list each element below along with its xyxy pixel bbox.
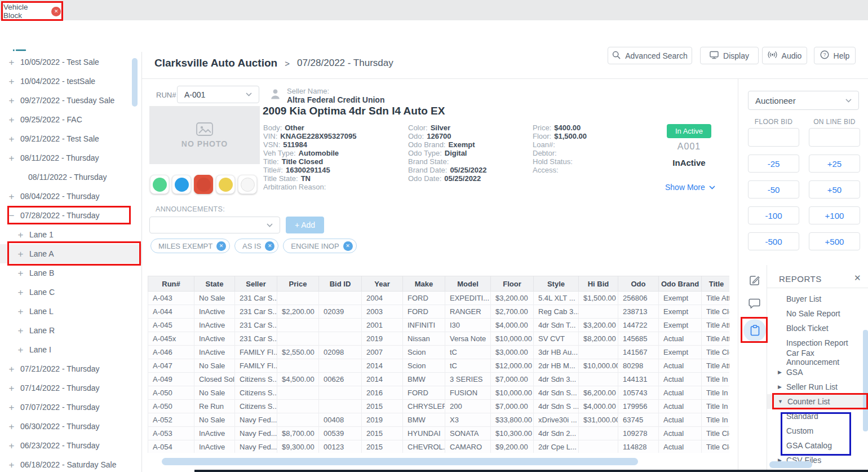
- table-row[interactable]: A-046InActiveFAMILY FI...$2,550.00020982…: [148, 346, 730, 359]
- table-row[interactable]: A-043No Sale231 Car S...2004FORDEXPEDITI…: [148, 292, 730, 305]
- report-item-gsa-catalog[interactable]: GSA Catalog: [767, 438, 868, 453]
- online-bid-input[interactable]: [809, 128, 860, 147]
- reports-close-icon[interactable]: ✕: [854, 273, 861, 283]
- sidebar-item-09-25-2022-fac[interactable]: +09/25/2022 - FAC: [0, 110, 141, 129]
- column-header-odo[interactable]: Odo: [618, 276, 659, 292]
- tab-vehicle-block[interactable]: Vehicle Block ✕: [3, 2, 61, 20]
- table-row[interactable]: A-052No SaleNavy Fed...004082019BMWX3$33…: [148, 413, 730, 427]
- sidebar-item-lane-1[interactable]: +Lane 1: [0, 225, 141, 244]
- expand-icon[interactable]: +: [8, 58, 15, 67]
- expand-icon[interactable]: +: [17, 345, 24, 355]
- column-header-floor[interactable]: Floor: [491, 276, 534, 292]
- table-row[interactable]: A-045InActive231 Car S...2001INFINITII30…: [148, 319, 730, 332]
- tag-remove-icon[interactable]: ✕: [265, 241, 274, 251]
- floor-bid-input[interactable]: [748, 128, 799, 147]
- table-row[interactable]: A-053InActiveNavy Fed...$8,700.000053920…: [148, 427, 730, 440]
- increment-500-button[interactable]: +500: [809, 232, 860, 250]
- breadcrumb-auction[interactable]: Clarksville Auto Auction: [154, 57, 277, 69]
- help-button[interactable]: ? Help: [814, 47, 856, 64]
- increment-100-button[interactable]: +100: [809, 206, 860, 224]
- display-button[interactable]: Display: [700, 47, 759, 64]
- sidebar-item-lane-b[interactable]: +Lane B: [0, 263, 141, 283]
- green-light-button[interactable]: [150, 175, 169, 194]
- expand-icon[interactable]: +: [17, 307, 24, 316]
- reports-icon-active[interactable]: [743, 319, 766, 342]
- table-row[interactable]: A-047No SaleFAMILY FI...2014SciontC$12,0…: [148, 359, 730, 373]
- sidebar-item-07-28-2022-thursday[interactable]: −07/28/2022 - Thursday: [0, 206, 141, 225]
- decrement-500-button[interactable]: -500: [748, 232, 799, 250]
- report-item-custom[interactable]: Custom: [767, 424, 868, 438]
- sidebar-item-lane-r[interactable]: +Lane R: [0, 321, 141, 340]
- column-header-make[interactable]: Make: [403, 276, 445, 292]
- column-header-style[interactable]: Style: [534, 276, 579, 292]
- increment-25-button[interactable]: +25: [809, 155, 860, 173]
- expand-icon[interactable]: +: [8, 460, 15, 470]
- report-item-block-ticket[interactable]: Block Ticket: [767, 321, 868, 336]
- report-item-standard[interactable]: Standard: [767, 409, 868, 424]
- column-header-title[interactable]: Title: [702, 276, 730, 292]
- sidebar-item-08-04-2022-thursday[interactable]: +08/04/2022 - Thursday: [0, 187, 141, 206]
- expand-icon[interactable]: +: [8, 441, 15, 451]
- column-header-seller[interactable]: Seller: [235, 276, 277, 292]
- expand-icon[interactable]: +: [17, 326, 24, 336]
- report-item-car-fax-announcement[interactable]: Car Fax Announcement: [767, 350, 868, 365]
- sidebar-item-10-05-2022-test-sale[interactable]: +10/05/2022 - Test Sale: [0, 52, 141, 72]
- table-row[interactable]: A-049Closed SoldCitizens S...$4,500.0000…: [148, 373, 730, 386]
- sidebar-item-08-11-2022-thursday[interactable]: 08/11/2022 - Thursday: [0, 167, 141, 187]
- blue-light-button[interactable]: [172, 175, 191, 194]
- table-horizontal-scrollbar[interactable]: [162, 458, 638, 465]
- sidebar-item-07-21-2022-thursday[interactable]: +07/21/2022 - Thursday: [0, 359, 141, 378]
- sidebar-item-lane-i[interactable]: +Lane I: [0, 340, 141, 359]
- show-more-link[interactable]: Show More: [665, 183, 716, 192]
- decrement-100-button[interactable]: -100: [748, 206, 799, 224]
- table-row[interactable]: A-045xInActive231 Car S...2019NissanVers…: [148, 332, 730, 346]
- auctioneer-select[interactable]: Auctioneer: [748, 91, 859, 110]
- decrement-50-button[interactable]: -50: [748, 180, 799, 198]
- expand-icon[interactable]: +: [8, 77, 15, 86]
- expand-icon[interactable]: +: [8, 364, 15, 374]
- red-light-button[interactable]: [194, 175, 213, 194]
- expand-icon[interactable]: +: [8, 134, 15, 144]
- column-header-hi-bid[interactable]: Hi Bid: [579, 276, 618, 292]
- column-header-bid-id[interactable]: Bid ID: [319, 276, 362, 292]
- column-header-run[interactable]: Run#: [148, 276, 194, 292]
- report-item-no-sale-report[interactable]: No Sale Report: [767, 306, 868, 321]
- sidebar-item-06-30-2022-thursday[interactable]: +06/30/2022 - Thursday: [0, 417, 141, 436]
- table-row[interactable]: A-044InActive231 Car S...$2,200.00020392…: [148, 305, 730, 319]
- sidebar-item-06-18-2022-saturday-sale[interactable]: +06/18/2022 - Saturday Sale: [0, 455, 141, 472]
- table-row[interactable]: A-050Re RunCitizens S...2015CHRYSLER200$…: [148, 400, 730, 413]
- sidebar-item-07-14-2022-thursday[interactable]: +07/14/2022 - Thursday: [0, 378, 141, 398]
- expand-icon[interactable]: +: [8, 192, 15, 201]
- collapse-icon[interactable]: −: [8, 211, 15, 220]
- tag-remove-icon[interactable]: ✕: [343, 241, 353, 251]
- tag-remove-icon[interactable]: ✕: [216, 241, 226, 251]
- column-header-year[interactable]: Year: [362, 276, 403, 292]
- column-header-odo-brand[interactable]: Odo Brand: [659, 276, 702, 292]
- sidebar-item-10-04-2022-testsale[interactable]: +10/04/2022 - testSale: [0, 72, 141, 91]
- yellow-light-button[interactable]: [216, 175, 235, 194]
- report-item-buyer-list[interactable]: Buyer List: [767, 292, 868, 306]
- expand-icon[interactable]: +: [8, 403, 15, 412]
- expand-icon[interactable]: +: [8, 96, 15, 105]
- edit-icon[interactable]: [749, 275, 760, 289]
- reports-vertical-scrollbar[interactable]: [863, 330, 868, 431]
- announcements-select[interactable]: [149, 217, 280, 233]
- sidebar-scrollbar[interactable]: [132, 58, 138, 107]
- report-item-counter-list[interactable]: ▼Counter List: [767, 394, 868, 409]
- white-light-button[interactable]: [238, 175, 257, 194]
- expand-icon[interactable]: +: [17, 230, 24, 240]
- table-row[interactable]: A-050No SaleCitizens S...2016FORDFUSION$…: [148, 386, 730, 400]
- increment-50-button[interactable]: +50: [809, 180, 860, 198]
- column-header-model[interactable]: Model: [445, 276, 491, 292]
- table-row[interactable]: A-054InActiveNavy Fed...$9,300.000012320…: [148, 440, 730, 453]
- advanced-search-button[interactable]: Advanced Search: [608, 47, 692, 64]
- sidebar-item-lane-c[interactable]: +Lane C: [0, 283, 141, 302]
- expand-icon[interactable]: +: [8, 422, 15, 431]
- expand-icon[interactable]: +: [8, 153, 15, 163]
- expand-icon[interactable]: +: [17, 249, 24, 259]
- column-header-price[interactable]: Price: [277, 276, 319, 292]
- report-item-gsa[interactable]: ▶GSA: [767, 365, 868, 380]
- report-item-seller-run-list[interactable]: ▶Seller Run List: [767, 380, 868, 394]
- audio-button[interactable]: Audio: [762, 47, 807, 64]
- status-badge[interactable]: In Active: [667, 124, 711, 138]
